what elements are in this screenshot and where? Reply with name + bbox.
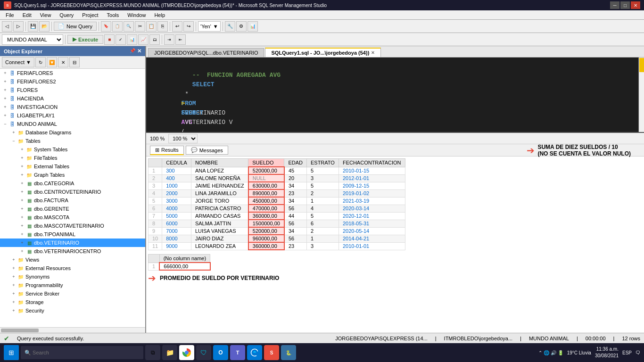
taskbar-ssms[interactable]: S xyxy=(264,345,279,360)
yen-dropdown[interactable]: 'Yen' ▼ xyxy=(198,21,221,32)
taskbar-teams[interactable]: T xyxy=(230,345,245,360)
tree-item-external-resources[interactable]: + 📁 External Resources xyxy=(0,264,145,272)
btn2[interactable]: 📋 xyxy=(112,21,123,32)
btn11[interactable]: 📈 xyxy=(138,34,149,45)
back-btn[interactable]: ◁ xyxy=(2,21,12,32)
tree-item-hacienda[interactable]: + 🗄 HACIENDA xyxy=(0,94,145,103)
open-btn[interactable]: 📂 xyxy=(39,21,50,32)
taskbar-python[interactable]: 🐍 xyxy=(281,345,296,360)
start-button[interactable]: ⊞ xyxy=(4,345,19,360)
zoom-select[interactable]: 100 % xyxy=(168,134,198,143)
taskbar-explorer[interactable]: 📁 xyxy=(162,345,177,360)
btn5[interactable]: 📋 xyxy=(146,21,157,32)
menu-query[interactable]: Query xyxy=(56,11,77,19)
database-selector[interactable]: MUNDO ANIMAL xyxy=(2,34,63,45)
btn3[interactable]: 🔍 xyxy=(124,21,134,32)
oe-pin-icon[interactable]: 📌 xyxy=(130,48,135,54)
tree-item-db-diagrams[interactable]: + 📁 Database Diagrams xyxy=(0,128,145,137)
collapse-button[interactable]: ⊟ xyxy=(69,57,80,67)
fecha-cell: 2010-01-01 xyxy=(339,242,405,250)
tree-item-views[interactable]: + 📁 Views xyxy=(0,255,145,264)
tree-item-programmability[interactable]: + 📁 Programmability xyxy=(0,281,145,289)
tree-item-feriaflores[interactable]: + 🗄 FERIAFLORES xyxy=(0,69,145,77)
btn10[interactable]: 📊 xyxy=(127,34,137,45)
execute-button[interactable]: ▶ Execute xyxy=(67,35,103,44)
btn7[interactable]: 🔧 xyxy=(225,21,235,32)
tree-item-service-broker[interactable]: + 📁 Service Broker xyxy=(0,289,145,298)
nombre-cell: LEONARDO ZEA xyxy=(191,242,248,250)
filter-button[interactable]: 🔽 xyxy=(47,57,57,67)
btn8[interactable]: ⚙ xyxy=(236,21,247,32)
messages-tab[interactable]: 💬 Messages xyxy=(186,146,228,155)
tree-item-tables[interactable]: − 📁 Tables xyxy=(0,137,145,145)
lang-indicator: ESP xyxy=(622,350,632,355)
tree-item-gerente[interactable]: + ▦ dbo.GERENTE xyxy=(0,205,145,213)
table-icon: ▦ xyxy=(25,239,33,247)
undo-btn[interactable]: ↩ xyxy=(172,21,182,32)
stop-refresh-button[interactable]: ✕ xyxy=(58,57,68,67)
connect-button[interactable]: Connect ▼ xyxy=(2,57,34,67)
btn6[interactable]: ⎘ xyxy=(157,21,168,32)
menu-view[interactable]: View xyxy=(36,11,55,19)
oe-scrollbar-h[interactable] xyxy=(0,327,145,333)
tree-item-synonyms[interactable]: + 📁 Synonyms xyxy=(0,272,145,281)
tree-item-security[interactable]: + 📁 Security xyxy=(0,306,145,315)
btn4[interactable]: ✂ xyxy=(135,21,145,32)
oe-close-icon[interactable]: ✕ xyxy=(137,48,141,54)
tree-item-vetcentro[interactable]: + ▦ dbo.VETERINARIOCENTRO xyxy=(0,247,145,255)
editor-scrollbar[interactable] xyxy=(638,58,644,132)
refresh-button[interactable]: ↻ xyxy=(35,57,46,67)
outdent-btn[interactable]: ⇤ xyxy=(175,34,186,45)
btn9[interactable]: 📊 xyxy=(248,21,258,32)
tree-item-ligabetplay[interactable]: + 🗄 LIGABETPLAY1 xyxy=(0,111,145,120)
menu-edit[interactable]: Edit xyxy=(19,11,35,19)
tree-item-factura[interactable]: + ▦ dbo.FACTURA xyxy=(0,196,145,205)
tree-item-tipoanimal[interactable]: + ▦ dbo.TIPOANIMAL xyxy=(0,230,145,239)
clock-time: 11:36 a.m. xyxy=(595,346,619,353)
taskbar-outlook[interactable]: O xyxy=(213,345,228,360)
tab-close-icon[interactable]: ✕ xyxy=(371,50,375,55)
tree-item-external-tables[interactable]: + 📁 External Tables xyxy=(0,162,145,171)
new-query-button[interactable]: 📄 New Query xyxy=(54,22,97,31)
tree-item-veterinario[interactable]: + ▦ dbo.VETERINARIO xyxy=(0,239,145,247)
minimize-button[interactable]: ─ xyxy=(610,1,619,9)
menu-project[interactable]: Project xyxy=(78,11,102,19)
maximize-button[interactable]: □ xyxy=(620,1,630,9)
close-button[interactable]: ✕ xyxy=(631,1,640,9)
folder-name: Tables xyxy=(25,138,41,144)
tree-item-system-tables[interactable]: + 📁 System Tables xyxy=(0,145,145,154)
tree-item-mascota[interactable]: + ▦ dbo.MASCOTA xyxy=(0,213,145,222)
tree-item-filetables[interactable]: + 📁 FileTables xyxy=(0,154,145,162)
taskbar-defender[interactable]: 🛡 xyxy=(196,345,211,360)
tree-item-feriaflores2[interactable]: + 🗄 FERIAFLORES2 xyxy=(0,77,145,86)
results-tab[interactable]: ⊞ Results xyxy=(150,146,184,155)
tree-item-mascotavet[interactable]: + ▦ dbo.MASCOTAVETERINARIO xyxy=(0,222,145,230)
tab-sqlquery[interactable]: SQLQuery1.sql - JO...\jorgebedoya (54)) … xyxy=(265,48,381,57)
indent-btn[interactable]: ⇥ xyxy=(164,34,174,45)
redo-btn[interactable]: ↪ xyxy=(183,21,194,32)
menu-help[interactable]: Help xyxy=(150,11,169,19)
taskbar-search[interactable] xyxy=(21,346,143,359)
tree-item-categoria[interactable]: + ▦ dbo.CATEGORIA xyxy=(0,179,145,188)
menu-window[interactable]: Window xyxy=(124,11,149,19)
taskbar-taskview[interactable]: ⧉ xyxy=(145,345,160,360)
tree-item-flores[interactable]: + 🗄 FLORES xyxy=(0,86,145,94)
save-btn[interactable]: 💾 xyxy=(28,21,38,32)
tab-veterinario[interactable]: JORGEBEDOYAP\SQL...dbo.VETERINARIO xyxy=(148,48,264,57)
tree-item-centroveterinario[interactable]: + ▦ dbo.CENTROVETERINARIO xyxy=(0,188,145,196)
menu-tools[interactable]: Tools xyxy=(103,11,123,19)
btn1[interactable]: 🔖 xyxy=(101,21,111,32)
taskbar-chrome[interactable] xyxy=(179,345,194,360)
stop-btn[interactable]: ■ xyxy=(104,34,115,45)
parse-btn[interactable]: ✓ xyxy=(116,34,126,45)
btn12[interactable]: 🗂 xyxy=(149,34,160,45)
tree-item-storage[interactable]: + 📁 Storage xyxy=(0,298,145,306)
forward-btn[interactable]: ▷ xyxy=(13,21,24,32)
expand-icon: + xyxy=(10,282,17,288)
menu-file[interactable]: File xyxy=(2,11,18,19)
tree-item-graph-tables[interactable]: + 📁 Graph Tables xyxy=(0,171,145,179)
tree-item-mundo-animal[interactable]: − 🗄 MUNDO ANIMAL xyxy=(0,120,145,128)
sql-editor[interactable]: -- FUNCION AGREGADA AVG SELECT * FROM VE… xyxy=(146,58,644,133)
taskbar-edge[interactable] xyxy=(247,345,262,360)
tree-item-investigacion[interactable]: + 🗄 INVESTIGACION xyxy=(0,103,145,111)
